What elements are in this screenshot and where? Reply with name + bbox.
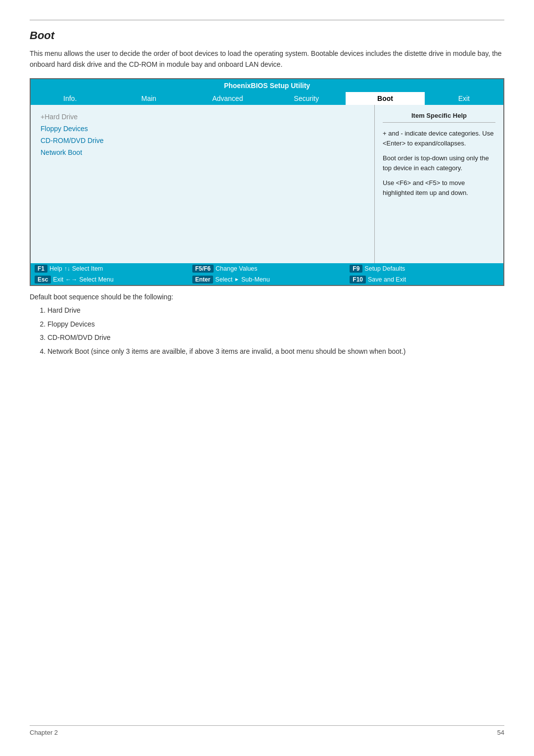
key-esc: Esc: [35, 276, 51, 284]
status-esc: Esc Exit ←→ Select Menu: [31, 274, 188, 285]
bios-menubar: Info. Main Advanced Security Boot Exit: [31, 92, 503, 105]
key-f1: F1: [35, 265, 47, 273]
status-f10: F10 Save and Exit: [346, 274, 503, 285]
key-f10: F10: [350, 276, 366, 284]
bios-boot-item-cdrom[interactable]: CD-ROM/DVD Drive: [41, 137, 364, 144]
status-select-item: Select Item: [72, 265, 103, 272]
bios-help-panel: Item Specific Help + and - indicate devi…: [375, 105, 503, 263]
status-setup-defaults: Setup Defaults: [364, 265, 405, 272]
page-title: Boot: [30, 29, 504, 42]
bios-menu-main[interactable]: Main: [109, 92, 188, 105]
status-select: Select: [215, 276, 232, 283]
numbered-section: Default boot sequence should be the foll…: [30, 293, 504, 358]
bios-statusbar-row1: F1 Help ↑↓ Select Item F5/F6 Change Valu…: [31, 263, 503, 274]
arrow-updown: ↑↓: [64, 265, 70, 272]
bios-boot-item-harddrive[interactable]: +Hard Drive: [41, 113, 364, 121]
list-item-3: CD-ROM/DVD Drive: [47, 332, 504, 344]
bios-menu-advanced[interactable]: Advanced: [188, 92, 267, 105]
status-f1: F1 Help ↑↓ Select Item: [31, 263, 188, 274]
bios-body: +Hard Drive Floppy Devices CD-ROM/DVD Dr…: [31, 105, 503, 263]
top-divider: [30, 20, 504, 20]
help-title: Item Specific Help: [383, 112, 495, 123]
key-enter: Enter: [192, 276, 214, 284]
bios-boot-item-network[interactable]: Network Boot: [41, 148, 364, 156]
bios-title-bar: PhoenixBIOS Setup Utility: [31, 79, 503, 92]
bios-menu-boot[interactable]: Boot: [346, 92, 424, 105]
bios-menu-info[interactable]: Info.: [31, 92, 109, 105]
status-f1-help: Help: [49, 265, 62, 272]
arrow-leftright: ←→: [65, 276, 77, 283]
bios-menu-exit[interactable]: Exit: [425, 92, 503, 105]
help-text-0: + and - indicate device categories. Use …: [383, 129, 495, 148]
list-item-4: Network Boot (since only 3 items are ava…: [47, 346, 504, 358]
key-f9: F9: [350, 265, 362, 273]
tri-icon: ►: [234, 277, 239, 282]
chapter-label: Chapter 2: [30, 729, 58, 736]
key-f5f6: F5/F6: [192, 265, 214, 273]
bios-left-panel: +Hard Drive Floppy Devices CD-ROM/DVD Dr…: [31, 105, 375, 263]
status-submenu: Sub-Menu: [241, 276, 270, 283]
page-number: 54: [497, 729, 504, 736]
bios-window: PhoenixBIOS Setup Utility Info. Main Adv…: [30, 78, 504, 286]
boot-sequence-list: Hard Drive Floppy Devices CD-ROM/DVD Dri…: [30, 305, 504, 358]
bios-statusbar-row2: Esc Exit ←→ Select Menu Enter Select ► S…: [31, 274, 503, 285]
status-change-values: Change Values: [216, 265, 258, 272]
list-item-2: Floppy Devices: [47, 319, 504, 331]
status-esc-exit: Exit: [53, 276, 63, 283]
status-f5f6: F5/F6 Change Values: [188, 263, 346, 274]
default-text: Default boot sequence should be the foll…: [30, 293, 504, 301]
status-save-exit: Save and Exit: [368, 276, 406, 283]
intro-text: This menu allows the user to decide the …: [30, 48, 504, 70]
status-select-menu: Select Menu: [79, 276, 113, 283]
bios-boot-item-floppy[interactable]: Floppy Devices: [41, 125, 364, 133]
page-footer: Chapter 2 54: [30, 725, 504, 736]
bios-menu-security[interactable]: Security: [267, 92, 346, 105]
help-text-2: Use <F6> and <F5> to move highlighted it…: [383, 178, 495, 198]
list-item-1: Hard Drive: [47, 305, 504, 317]
status-f9: F9 Setup Defaults: [346, 263, 503, 274]
help-text-1: Boot order is top-down using only the to…: [383, 153, 495, 173]
status-enter: Enter Select ► Sub-Menu: [188, 274, 346, 285]
